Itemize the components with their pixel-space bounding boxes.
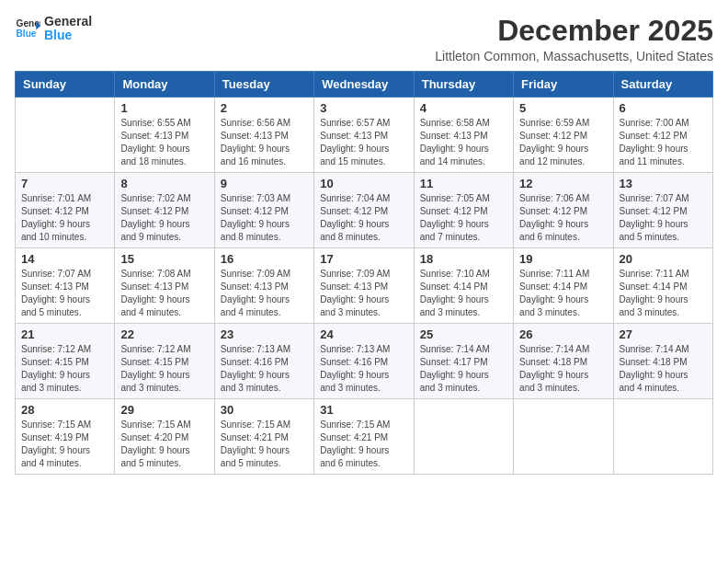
- header-thursday: Thursday: [414, 72, 513, 98]
- calendar-table: SundayMondayTuesdayWednesdayThursdayFrid…: [15, 71, 713, 475]
- day-info: Sunrise: 7:02 AMSunset: 4:12 PMDaylight:…: [120, 192, 208, 244]
- day-number: 20: [620, 252, 707, 266]
- calendar-cell: 1Sunrise: 6:55 AMSunset: 4:13 PMDaylight…: [115, 98, 214, 173]
- header-sunday: Sunday: [16, 72, 115, 98]
- calendar-cell: [613, 399, 712, 475]
- day-info: Sunrise: 7:00 AMSunset: 4:12 PMDaylight:…: [620, 117, 707, 168]
- calendar-cell: 17Sunrise: 7:09 AMSunset: 4:13 PMDayligh…: [314, 248, 414, 324]
- calendar-cell: 20Sunrise: 7:11 AMSunset: 4:14 PMDayligh…: [613, 248, 712, 324]
- month-year-title: December 2025: [435, 15, 713, 47]
- week-row-2: 7Sunrise: 7:01 AMSunset: 4:12 PMDaylight…: [16, 173, 713, 248]
- day-info: Sunrise: 7:09 AMSunset: 4:13 PMDaylight:…: [320, 268, 407, 319]
- day-info: Sunrise: 7:03 AMSunset: 4:12 PMDaylight:…: [221, 192, 308, 244]
- week-row-3: 14Sunrise: 7:07 AMSunset: 4:13 PMDayligh…: [16, 248, 713, 324]
- day-number: 12: [519, 177, 607, 190]
- header-wednesday: Wednesday: [314, 72, 414, 98]
- day-info: Sunrise: 6:59 AMSunset: 4:12 PMDaylight:…: [519, 117, 607, 168]
- day-info: Sunrise: 7:14 AMSunset: 4:17 PMDaylight:…: [420, 343, 507, 395]
- day-info: Sunrise: 7:12 AMSunset: 4:15 PMDaylight:…: [21, 343, 108, 395]
- calendar-cell: 10Sunrise: 7:04 AMSunset: 4:12 PMDayligh…: [314, 173, 414, 248]
- day-number: 4: [420, 101, 507, 115]
- calendar-cell: 3Sunrise: 6:57 AMSunset: 4:13 PMDaylight…: [314, 98, 414, 173]
- day-info: Sunrise: 7:14 AMSunset: 4:18 PMDaylight:…: [620, 343, 707, 395]
- calendar-cell: [414, 399, 513, 475]
- day-info: Sunrise: 6:58 AMSunset: 4:13 PMDaylight:…: [420, 117, 507, 168]
- day-info: Sunrise: 7:01 AMSunset: 4:12 PMDaylight:…: [21, 192, 108, 244]
- day-number: 3: [320, 101, 407, 115]
- calendar-cell: 24Sunrise: 7:13 AMSunset: 4:16 PMDayligh…: [314, 324, 414, 399]
- day-number: 1: [120, 101, 208, 115]
- day-info: Sunrise: 7:07 AMSunset: 4:13 PMDaylight:…: [21, 268, 108, 319]
- calendar-cell: 5Sunrise: 6:59 AMSunset: 4:12 PMDaylight…: [514, 98, 613, 173]
- calendar-cell: 14Sunrise: 7:07 AMSunset: 4:13 PMDayligh…: [16, 248, 115, 324]
- header-saturday: Saturday: [613, 72, 712, 98]
- day-info: Sunrise: 7:13 AMSunset: 4:16 PMDaylight:…: [221, 343, 308, 395]
- calendar-cell: 29Sunrise: 7:15 AMSunset: 4:20 PMDayligh…: [115, 399, 214, 475]
- day-info: Sunrise: 6:56 AMSunset: 4:13 PMDaylight:…: [221, 117, 308, 168]
- day-number: 2: [221, 101, 308, 115]
- logo-blue: Blue: [44, 29, 92, 42]
- calendar-cell: 18Sunrise: 7:10 AMSunset: 4:14 PMDayligh…: [414, 248, 513, 324]
- day-info: Sunrise: 7:15 AMSunset: 4:21 PMDaylight:…: [221, 419, 308, 470]
- day-number: 7: [21, 177, 108, 190]
- calendar-cell: 4Sunrise: 6:58 AMSunset: 4:13 PMDaylight…: [414, 98, 513, 173]
- calendar-cell: [514, 399, 613, 475]
- calendar-cell: 6Sunrise: 7:00 AMSunset: 4:12 PMDaylight…: [613, 98, 712, 173]
- day-number: 23: [221, 327, 308, 341]
- day-info: Sunrise: 6:57 AMSunset: 4:13 PMDaylight:…: [320, 117, 407, 168]
- day-number: 8: [120, 177, 208, 190]
- day-info: Sunrise: 7:07 AMSunset: 4:12 PMDaylight:…: [620, 192, 707, 244]
- day-number: 24: [320, 327, 407, 341]
- calendar-cell: 23Sunrise: 7:13 AMSunset: 4:16 PMDayligh…: [214, 324, 313, 399]
- day-info: Sunrise: 7:05 AMSunset: 4:12 PMDaylight:…: [420, 192, 507, 244]
- calendar-cell: 28Sunrise: 7:15 AMSunset: 4:19 PMDayligh…: [16, 399, 115, 475]
- calendar-cell: 26Sunrise: 7:14 AMSunset: 4:18 PMDayligh…: [514, 324, 613, 399]
- day-number: 27: [620, 327, 707, 341]
- title-section: December 2025 Littleton Common, Massachu…: [435, 15, 713, 63]
- day-info: Sunrise: 7:08 AMSunset: 4:13 PMDaylight:…: [120, 268, 208, 319]
- day-number: 28: [21, 403, 108, 417]
- logo-general: General: [44, 15, 92, 29]
- day-number: 29: [120, 403, 208, 417]
- week-row-5: 28Sunrise: 7:15 AMSunset: 4:19 PMDayligh…: [16, 399, 713, 475]
- calendar-cell: 8Sunrise: 7:02 AMSunset: 4:12 PMDaylight…: [115, 173, 214, 248]
- day-number: 19: [519, 252, 607, 266]
- calendar-cell: 16Sunrise: 7:09 AMSunset: 4:13 PMDayligh…: [214, 248, 313, 324]
- day-number: 26: [519, 327, 607, 341]
- calendar-cell: 13Sunrise: 7:07 AMSunset: 4:12 PMDayligh…: [613, 173, 712, 248]
- calendar-cell: 2Sunrise: 6:56 AMSunset: 4:13 PMDaylight…: [214, 98, 313, 173]
- day-number: 25: [420, 327, 507, 341]
- calendar-cell: 21Sunrise: 7:12 AMSunset: 4:15 PMDayligh…: [16, 324, 115, 399]
- day-info: Sunrise: 6:55 AMSunset: 4:13 PMDaylight:…: [120, 117, 208, 168]
- logo-icon: General Blue: [15, 16, 40, 41]
- header-monday: Monday: [115, 72, 214, 98]
- calendar-cell: 11Sunrise: 7:05 AMSunset: 4:12 PMDayligh…: [414, 173, 513, 248]
- day-info: Sunrise: 7:04 AMSunset: 4:12 PMDaylight:…: [320, 192, 407, 244]
- day-number: 14: [21, 252, 108, 266]
- day-number: 21: [21, 327, 108, 341]
- calendar-cell: [16, 98, 115, 173]
- location-subtitle: Littleton Common, Massachusetts, United …: [435, 49, 713, 63]
- day-info: Sunrise: 7:15 AMSunset: 4:20 PMDaylight:…: [120, 419, 208, 470]
- week-row-4: 21Sunrise: 7:12 AMSunset: 4:15 PMDayligh…: [16, 324, 713, 399]
- day-number: 5: [519, 101, 607, 115]
- calendar-cell: 31Sunrise: 7:15 AMSunset: 4:21 PMDayligh…: [314, 399, 414, 475]
- week-row-1: 1Sunrise: 6:55 AMSunset: 4:13 PMDaylight…: [16, 98, 713, 173]
- calendar-cell: 27Sunrise: 7:14 AMSunset: 4:18 PMDayligh…: [613, 324, 712, 399]
- day-number: 31: [320, 403, 407, 417]
- day-number: 6: [620, 101, 707, 115]
- day-info: Sunrise: 7:09 AMSunset: 4:13 PMDaylight:…: [221, 268, 308, 319]
- header-tuesday: Tuesday: [214, 72, 313, 98]
- days-header-row: SundayMondayTuesdayWednesdayThursdayFrid…: [16, 72, 713, 98]
- day-info: Sunrise: 7:15 AMSunset: 4:19 PMDaylight:…: [21, 419, 108, 470]
- header-friday: Friday: [514, 72, 613, 98]
- calendar-cell: 7Sunrise: 7:01 AMSunset: 4:12 PMDaylight…: [16, 173, 115, 248]
- day-info: Sunrise: 7:14 AMSunset: 4:18 PMDaylight:…: [519, 343, 607, 395]
- day-number: 17: [320, 252, 407, 266]
- day-number: 11: [420, 177, 507, 190]
- day-info: Sunrise: 7:06 AMSunset: 4:12 PMDaylight:…: [519, 192, 607, 244]
- page-header: General Blue General Blue December 2025 …: [15, 15, 713, 63]
- day-info: Sunrise: 7:13 AMSunset: 4:16 PMDaylight:…: [320, 343, 407, 395]
- day-info: Sunrise: 7:11 AMSunset: 4:14 PMDaylight:…: [519, 268, 607, 319]
- day-number: 30: [221, 403, 308, 417]
